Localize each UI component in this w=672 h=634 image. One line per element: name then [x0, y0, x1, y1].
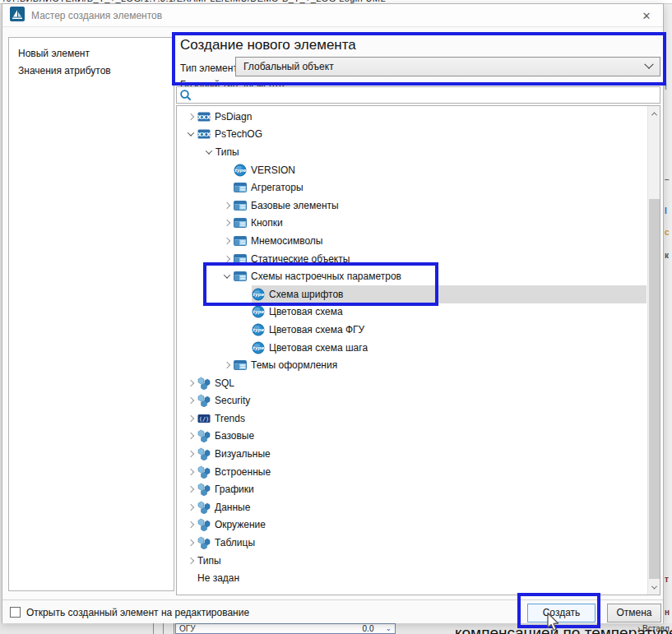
background-window-bottom-strip: ОГУ 0.0 ⌄ компенсацией по температуре › …	[0, 623, 672, 634]
tree-indent	[178, 436, 184, 437]
tree-item[interactable]: Мнемосимволы	[178, 232, 647, 250]
chevron-right-icon[interactable]	[188, 557, 194, 563]
tree-item-body[interactable]: Не задан	[197, 569, 647, 587]
tree-item-body[interactable]: XXXPsDiagn	[197, 108, 647, 126]
tree-item[interactable]: Базовые элементы	[178, 197, 647, 215]
chevron-right-icon[interactable]	[224, 238, 230, 244]
chevron-right-icon[interactable]	[188, 397, 194, 404]
tree-item[interactable]: Security	[178, 392, 647, 410]
base-type-search[interactable]	[176, 86, 660, 104]
open-for-edit-checkbox[interactable]	[10, 607, 21, 618]
background-table-gridlines	[153, 623, 174, 634]
svg-text:type: type	[253, 327, 265, 333]
chevron-right-icon[interactable]	[188, 415, 194, 422]
tree-item-body[interactable]: Типы	[197, 552, 647, 570]
category-icon	[197, 536, 211, 549]
chevron-right-icon[interactable]	[224, 255, 230, 261]
tree-item-body[interactable]: Статические объекты	[234, 250, 647, 268]
svg-text:type: type	[253, 292, 265, 298]
chevron-right-icon[interactable]	[188, 468, 194, 474]
chevron-right-icon[interactable]	[188, 433, 194, 439]
tree-item[interactable]: Таблицы	[178, 534, 647, 552]
category-icon	[197, 429, 211, 442]
chevron-right-icon[interactable]	[224, 220, 230, 226]
search-input[interactable]	[192, 89, 657, 102]
wizard-step-attribute-values[interactable]: Значения атрибутов	[18, 62, 174, 80]
tree-item-label: Агрегаторы	[251, 182, 304, 193]
tree-item-body[interactable]: Базовые элементы	[234, 197, 647, 215]
tree-item[interactable]: Статические объекты	[178, 250, 647, 268]
chevron-right-icon[interactable]	[188, 521, 194, 528]
tree-item[interactable]: Окружение	[178, 516, 647, 535]
element-type-combobox[interactable]: Глобальный объект	[235, 57, 660, 76]
tree-item-body[interactable]: (/)Trends	[197, 410, 647, 428]
tree-item[interactable]: Встроенные	[178, 463, 647, 481]
tree-item-body[interactable]: Базовые	[197, 428, 647, 446]
tree-item-body[interactable]: Мнемосимволы	[234, 232, 647, 250]
tree-item-body[interactable]: Данные	[197, 498, 647, 516]
scrollbar-up-icon[interactable]	[648, 107, 660, 120]
tree-item-body[interactable]: Встроенные	[197, 463, 647, 481]
tree-item[interactable]: typeЦветовая схема ФГУ	[178, 321, 647, 339]
chevron-right-icon[interactable]	[188, 486, 194, 493]
tree-item-body[interactable]: Окружение	[197, 516, 647, 535]
chevron-down-icon[interactable]	[206, 147, 212, 154]
chevron-down-icon[interactable]	[188, 130, 194, 137]
tree-item-label: SQL	[215, 377, 234, 389]
tree-item[interactable]: Графики	[178, 480, 647, 498]
tree-scrollbar[interactable]	[647, 106, 660, 595]
tree-item-body[interactable]: typeЦветовая схема	[252, 303, 647, 322]
tree-item[interactable]: Базовые	[178, 428, 647, 446]
tree-item-body[interactable]: Схемы настроечных параметров	[234, 267, 647, 285]
close-icon[interactable]: ✕	[639, 9, 654, 24]
tree-item[interactable]: Темы оформления	[178, 356, 647, 374]
tree-item[interactable]: Данные	[178, 498, 647, 516]
wizard-step-new-element[interactable]: Новый элемент	[18, 45, 174, 62]
tree-item-body[interactable]: Темы оформления	[234, 356, 647, 374]
chevron-right-icon[interactable]	[188, 113, 194, 120]
chevron-right-icon[interactable]	[188, 504, 194, 511]
create-button[interactable]: Создать	[527, 604, 596, 622]
chevron-right-icon[interactable]	[188, 451, 194, 457]
tree-item[interactable]: Агрегаторы	[178, 178, 647, 197]
tree-item[interactable]: Типы	[178, 552, 647, 570]
tree-item[interactable]: typeСхема шрифтов	[178, 285, 647, 303]
tree-item[interactable]: Схемы настроечных параметров	[178, 267, 647, 285]
tree-item[interactable]: Типы	[178, 143, 647, 161]
tree-item-body[interactable]: Security	[197, 392, 647, 410]
scrollbar-thumb[interactable]	[649, 199, 660, 579]
scrollbar-down-icon[interactable]	[648, 581, 660, 594]
tree-item[interactable]: XXXPsTechOG	[178, 126, 647, 144]
tree-item-body[interactable]: XXXPsTechOG	[197, 126, 647, 144]
chevron-right-icon[interactable]	[224, 202, 230, 209]
chevron-right-icon[interactable]	[188, 539, 194, 546]
wizard-steps-panel: Новый элемент Значения атрибутов	[8, 37, 174, 591]
tree-item-body[interactable]: Агрегаторы	[234, 178, 647, 197]
chevron-right-icon[interactable]	[224, 362, 230, 368]
tree-item-body[interactable]: SQL	[197, 374, 647, 392]
tree-item-label: Цветовая схема ФГУ	[269, 324, 364, 336]
tree-item[interactable]: Кнопки	[178, 215, 647, 233]
tree-item-body[interactable]: Визуальные	[197, 445, 647, 463]
svg-text:XXX: XXX	[197, 132, 211, 138]
tree-item[interactable]: typeVERSION	[178, 161, 647, 179]
element-creation-wizard-dialog: Мастер создания элементов ✕ Новый элемен…	[2, 3, 664, 623]
cancel-button[interactable]: Отмена	[607, 604, 661, 622]
tree-item[interactable]: Визуальные	[178, 445, 647, 463]
tree-item[interactable]: SQL	[178, 374, 647, 392]
tree-item-body[interactable]: typeVERSION	[234, 161, 647, 179]
tree-item-body[interactable]: typeЦветовая схема шага	[252, 339, 647, 357]
tree-item[interactable]: (/)Trends	[178, 410, 647, 428]
tree-item[interactable]: typeЦветовая схема	[178, 303, 647, 322]
tree-item-body[interactable]: Таблицы	[197, 534, 647, 552]
tree-item[interactable]: Не задан	[178, 569, 647, 587]
chevron-right-icon[interactable]	[188, 379, 194, 386]
tree-item-body-selected[interactable]: typeСхема шрифтов	[252, 285, 647, 303]
tree-item-body[interactable]: typeЦветовая схема ФГУ	[252, 321, 647, 339]
tree-item[interactable]: typeЦветовая схема шага	[178, 339, 647, 357]
chevron-down-icon[interactable]	[224, 271, 230, 278]
tree-item-body[interactable]: Кнопки	[234, 215, 647, 233]
tree-item-body[interactable]: Графики	[197, 480, 647, 498]
tree-item[interactable]: XXXPsDiagn	[178, 108, 647, 126]
tree-item-body[interactable]: Типы	[216, 143, 647, 161]
